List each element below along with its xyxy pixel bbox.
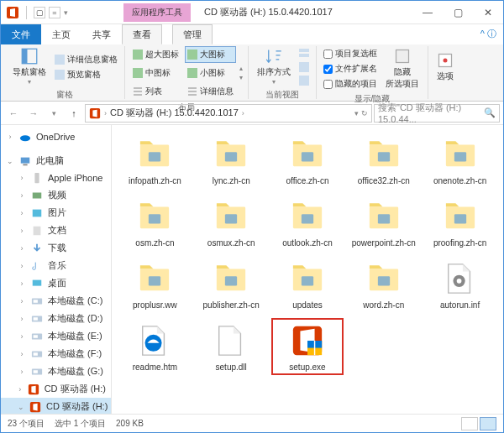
svg-rect-30	[34, 226, 41, 235]
file-item[interactable]: lync.zh-cn	[195, 132, 268, 189]
sidebar-item-documents[interactable]: ›文档	[1, 222, 111, 239]
sidebar-item-desktop[interactable]: ›桌面	[1, 274, 111, 292]
detail-pane-button[interactable]: 详细信息窗格	[53, 53, 119, 66]
download-icon	[31, 243, 43, 254]
svg-rect-25	[21, 157, 30, 163]
svg-rect-12	[55, 70, 65, 80]
layout-details[interactable]: 详细信息	[185, 83, 236, 100]
contextual-tab-label: 应用程序工具	[123, 3, 191, 22]
file-item[interactable]: proplusr.ww	[118, 256, 192, 313]
tab-share[interactable]: 共享	[81, 24, 122, 44]
file-label: outlook.zh-cn	[282, 238, 332, 248]
nav-pane-button[interactable]: 导航窗格 ▾	[9, 46, 50, 87]
layout-list[interactable]: 列表	[130, 83, 181, 100]
sizecol-button[interactable]	[297, 75, 311, 86]
sidebar-item-iphone[interactable]: ›Apple iPhone	[1, 170, 111, 186]
tab-manage[interactable]: 管理	[172, 24, 213, 44]
file-item[interactable]: powerpoint.zh-cn	[347, 194, 420, 251]
file-item[interactable]: publisher.zh-cn	[195, 256, 268, 313]
maximize-button[interactable]: ▢	[443, 3, 473, 22]
preview-pane-button[interactable]: 预览窗格	[53, 68, 119, 81]
grid-icon	[187, 68, 197, 78]
hide-selected-button[interactable]: 隐藏 所选项目	[382, 46, 423, 91]
file-item[interactable]: updates	[271, 256, 344, 313]
phone-icon	[31, 172, 43, 184]
nav-up-button[interactable]: ↑	[65, 104, 83, 123]
qat-button[interactable]: =	[49, 7, 60, 18]
tab-home[interactable]: 主页	[41, 24, 81, 44]
sidebar-item-cd-h-current[interactable]: ⌄CD 驱动器 (H:) 15	[1, 398, 111, 414]
minimize-button[interactable]: —	[412, 3, 443, 22]
folder-icon	[440, 138, 480, 171]
qat-button[interactable]: ▢	[34, 7, 45, 18]
file-item[interactable]: office.zh-cn	[271, 132, 344, 189]
file-item[interactable]: osm.zh-cn	[118, 194, 192, 251]
checkbox-extensions[interactable]: 文件扩展名	[322, 62, 379, 76]
nav-back-button[interactable]: ←	[4, 104, 23, 123]
group-label: 当前视图	[254, 87, 311, 101]
file-item[interactable]: proofing.zh-cn	[423, 194, 496, 251]
sidebar-item-disk-f[interactable]: ›本地磁盘 (F:)	[1, 345, 111, 363]
window-title: CD 驱动器 (H:) 15.0.4420.1017	[204, 6, 412, 18]
folder-icon	[211, 138, 251, 171]
checkbox-items[interactable]: 项目复选框	[322, 47, 379, 60]
file-item[interactable]: onenote.zh-cn	[423, 132, 496, 189]
folder-icon	[364, 262, 404, 295]
sort-icon	[265, 48, 282, 65]
tab-file[interactable]: 文件	[1, 24, 41, 44]
sidebar-item-cd-h[interactable]: ›CD 驱动器 (H:)	[1, 380, 111, 398]
layout-small[interactable]: 小图标	[185, 65, 236, 81]
file-grid[interactable]: infopath.zh-cnlync.zh-cnoffice.zh-cnoffi…	[112, 125, 503, 414]
checkbox-hidden[interactable]: 隐藏的项目	[322, 77, 379, 91]
sidebar-item-thispc[interactable]: ⌄此电脑	[1, 152, 111, 170]
breadcrumb[interactable]: › CD 驱动器 (H:) 15.0.4420.1017 › ▾ ↻	[85, 104, 372, 123]
file-label: updates	[292, 300, 323, 310]
office-icon	[29, 401, 41, 413]
drive-icon	[31, 366, 43, 378]
layout-large[interactable]: 大图标	[185, 46, 236, 63]
drive-icon	[31, 313, 43, 325]
file-item[interactable]: outlook.zh-cn	[271, 194, 344, 251]
file-item[interactable]: infopath.zh-cn	[118, 132, 192, 189]
svg-rect-19	[299, 62, 309, 72]
file-item[interactable]: autorun.inf	[423, 256, 496, 313]
svg-rect-29	[33, 209, 42, 216]
file-item[interactable]: word.zh-cn	[347, 256, 420, 313]
view-large-button[interactable]	[480, 417, 496, 430]
file-item[interactable]: office32.zh-cn	[347, 132, 420, 189]
layout-extra-large[interactable]: 超大图标	[130, 46, 181, 63]
nav-forward-button[interactable]: →	[24, 104, 43, 123]
options-button[interactable]: 选项	[433, 46, 457, 88]
svg-rect-18	[299, 54, 309, 57]
file-item[interactable]: readme.htm	[118, 318, 192, 375]
addcol-button[interactable]	[297, 61, 311, 73]
nav-history-button[interactable]: ▾	[45, 104, 63, 123]
search-input[interactable]: 搜索"CD 驱动器 (H:) 15.0.44... 🔍	[374, 104, 500, 123]
ribbon-help-icon[interactable]: ^ ⓘ	[474, 24, 503, 44]
sidebar-item-disk-e[interactable]: ›本地磁盘 (E:)	[1, 327, 111, 345]
sidebar-item-disk-g[interactable]: ›本地磁盘 (G:)	[1, 363, 111, 380]
folder-icon	[287, 262, 328, 295]
sidebar-item-pictures[interactable]: ›图片	[1, 204, 111, 222]
ribbon: 导航窗格 ▾ 详细信息窗格 预览窗格 窗格 超大图标 中图标 列表 大图标	[1, 44, 503, 102]
sidebar-item-videos[interactable]: ›视频	[1, 186, 111, 204]
sidebar-item-downloads[interactable]: ›下载	[1, 239, 111, 257]
layout-medium[interactable]: 中图标	[130, 65, 181, 81]
sidebar-item-music[interactable]: ›音乐	[1, 257, 111, 274]
file-label: setup.dll	[216, 363, 247, 372]
file-item[interactable]: setup.dll	[195, 318, 268, 375]
sidebar-item-disk-d[interactable]: ›本地磁盘 (D:)	[1, 310, 111, 327]
sort-button[interactable]: 排序方式▾	[254, 46, 294, 87]
sidebar-item-disk-c[interactable]: ›本地磁盘 (C:)	[1, 292, 111, 310]
groupby-button[interactable]	[297, 48, 311, 60]
file-item[interactable]: setup.exe	[271, 318, 344, 375]
sidebar-item-onedrive[interactable]: ›OneDrive	[1, 128, 111, 145]
breadcrumb-item[interactable]: CD 驱动器 (H:) 15.0.4420.1017	[110, 107, 239, 119]
close-button[interactable]: ✕	[473, 3, 503, 22]
nav-sidebar[interactable]: ›OneDrive ⌄此电脑 ›Apple iPhone ›视频 ›图片 ›文档…	[1, 125, 112, 414]
options-icon	[437, 52, 454, 69]
music-icon	[31, 260, 43, 272]
tab-view[interactable]: 查看	[122, 24, 162, 44]
file-item[interactable]: osmux.zh-cn	[195, 194, 268, 251]
view-details-button[interactable]	[461, 417, 478, 430]
